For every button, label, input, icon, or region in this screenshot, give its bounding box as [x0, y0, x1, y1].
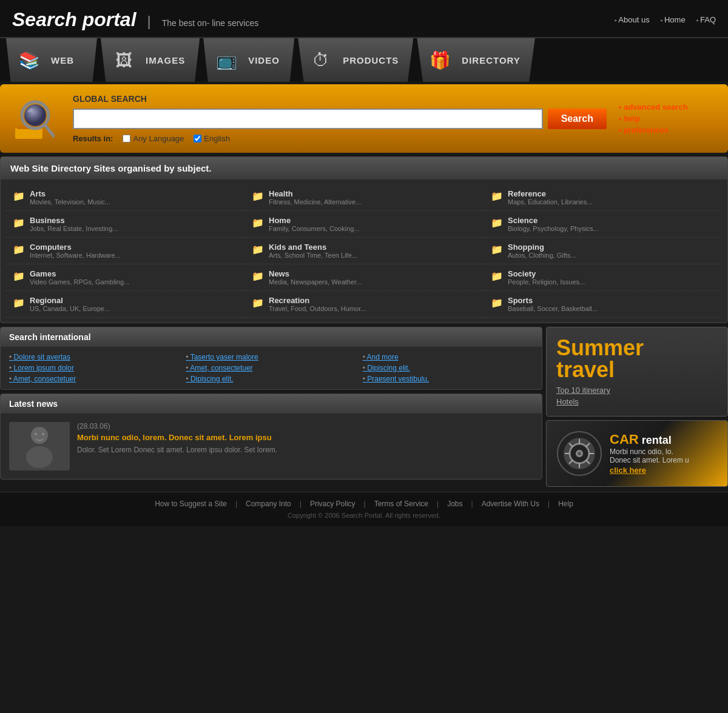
tab-web[interactable]: 📚 WEB — [6, 38, 97, 82]
nav-faq[interactable]: FAQ — [696, 15, 716, 24]
footer-link-company-info[interactable]: Company Into — [246, 500, 291, 508]
dir-item-sub: Internet, Software, Hardware... — [30, 252, 121, 259]
tab-images[interactable]: 🖼 IMAGES — [101, 38, 200, 82]
footer-separator: | — [548, 500, 550, 508]
folder-icon: 📁 — [13, 244, 25, 255]
folder-icon: 📁 — [491, 190, 503, 202]
car-title-car: CAR — [610, 432, 639, 447]
dir-item-title[interactable]: Kids and Teens — [269, 243, 357, 252]
footer-link-help[interactable]: Help — [558, 500, 573, 508]
intl-link[interactable]: Amet, consectetuer — [9, 375, 180, 383]
tab-products[interactable]: ⏱ PRODUCTS — [298, 38, 413, 82]
results-in-label: Results in: — [73, 134, 113, 143]
english-option[interactable]: English — [194, 134, 230, 143]
intl-link[interactable]: Praesent vestibulu. — [363, 375, 533, 383]
dir-item-title[interactable]: Home — [269, 216, 360, 225]
products-label: PRODUCTS — [343, 55, 399, 65]
english-checkbox[interactable] — [194, 135, 201, 142]
video-label: VIDEO — [248, 55, 280, 65]
dir-item-title[interactable]: News — [269, 269, 362, 278]
intl-link[interactable]: Dipiscing elit. — [186, 375, 356, 383]
dir-item-title[interactable]: Health — [269, 189, 361, 198]
directory-item: 📁 Arts Movies, Television, Music... — [5, 184, 244, 211]
intl-link[interactable]: Dipiscing elit. — [363, 364, 533, 372]
footer-link-advertise[interactable]: Advertise With Us — [482, 500, 539, 508]
dir-item-title[interactable]: Shopping — [508, 243, 576, 252]
intl-link[interactable]: Amet, consectetuer — [186, 364, 356, 372]
preferences-link[interactable]: preferences — [619, 126, 716, 135]
footer-link-terms-service[interactable]: Terms of Service — [374, 500, 428, 508]
images-label: IMAGES — [146, 55, 185, 65]
dir-item-sub: Maps, Education, Libraries... — [508, 198, 592, 206]
advanced-search-link[interactable]: advanced search — [619, 102, 716, 112]
directory-item: 📁 Shopping Autos, Clothing, Gifts... — [484, 238, 723, 264]
site-title: Search portal — [12, 8, 136, 31]
svg-point-7 — [31, 427, 48, 444]
search-magnifier-icon — [12, 95, 61, 143]
intl-link[interactable]: And more — [363, 353, 533, 361]
car-click-link[interactable]: click here — [610, 466, 646, 475]
nav-home[interactable]: Home — [661, 15, 686, 24]
nav-tabs: 📚 WEB 🖼 IMAGES 📺 VIDEO ⏱ PRODUCTS 🎁 DIRE… — [0, 38, 728, 82]
directory-item: 📁 Sports Baseball, Soccer, Basketball... — [484, 291, 723, 318]
footer-link-privacy-policy[interactable]: Privacy Policy — [310, 500, 356, 508]
search-options: Results in: Any Language English — [73, 134, 607, 143]
dir-item-title[interactable]: Computers — [30, 243, 121, 252]
dir-item-sub: People, Religion, Issues... — [508, 278, 585, 286]
video-icon: 📺 — [211, 44, 242, 76]
tab-directory[interactable]: 🎁 DIRECTORY — [417, 38, 535, 82]
dir-item-title[interactable]: Society — [508, 269, 585, 278]
summer-title-line2: travel — [556, 359, 718, 381]
help-link[interactable]: help — [619, 114, 716, 123]
header-tagline: The best on- line services — [162, 18, 259, 28]
dir-item-title[interactable]: Recreation — [269, 296, 366, 305]
folder-icon: 📁 — [491, 297, 503, 309]
intl-link[interactable]: Taserto yaser malore — [186, 353, 356, 361]
car-tire-icon — [555, 429, 604, 478]
folder-icon: 📁 — [252, 190, 264, 202]
bottom-left: Search international Dolore sit avertasT… — [0, 327, 542, 487]
search-area: GLOBAL SEARCH Search Results in: Any Lan… — [0, 84, 728, 153]
hotels-link[interactable]: Hotels — [556, 397, 718, 406]
dir-item-title[interactable]: Sports — [508, 296, 598, 305]
any-language-option[interactable]: Any Language — [123, 134, 184, 143]
itinerary-link[interactable]: Top 10 itinerary — [556, 386, 718, 395]
search-intl-links: Dolore sit avertasTaserto yaser maloreAn… — [1, 347, 542, 389]
nav-about-us[interactable]: About us — [615, 15, 650, 24]
search-intl-header: Search international — [1, 327, 542, 347]
dir-item-title[interactable]: Games — [30, 269, 129, 278]
dir-item-title[interactable]: Arts — [30, 189, 110, 198]
summer-title-line1: Summer — [556, 337, 718, 359]
svg-point-3 — [24, 104, 46, 126]
footer-link-jobs[interactable]: Jobs — [447, 500, 462, 508]
dir-item-sub: US, Canada, UK, Europe... — [30, 305, 110, 312]
search-center: GLOBAL SEARCH Search Results in: Any Lan… — [73, 94, 607, 143]
directory-item: 📁 News Media, Newspapers, Weather... — [244, 264, 484, 291]
search-input-row: Search — [73, 109, 607, 129]
search-input[interactable] — [73, 109, 543, 129]
footer-separator: | — [364, 500, 366, 508]
directory-item: 📁 Health Fitness, Medicine, Alternative.… — [244, 184, 484, 211]
folder-icon: 📁 — [13, 297, 25, 309]
dir-item-sub: Travel, Food, Outdoors, Humor... — [269, 305, 366, 312]
intl-link[interactable]: Lorem ipsum dolor — [9, 364, 180, 372]
folder-icon: 📁 — [491, 270, 503, 282]
any-language-checkbox[interactable] — [123, 135, 130, 142]
intl-link[interactable]: Dolore sit avertas — [9, 353, 180, 361]
dir-item-title[interactable]: Reference — [508, 189, 592, 198]
dir-item-title[interactable]: Science — [508, 216, 599, 225]
web-label: WEB — [51, 55, 74, 65]
footer: How to Suggest a Site|Company Into|Priva… — [0, 492, 728, 526]
footer-link-suggest-site[interactable]: How to Suggest a Site — [155, 500, 227, 508]
dir-item-title[interactable]: Regional — [30, 296, 110, 305]
directory-item: 📁 Games Video Games, RPGs, Gambling... — [5, 264, 244, 291]
search-button[interactable]: Search — [548, 109, 607, 129]
tab-video[interactable]: 📺 VIDEO — [203, 38, 294, 82]
folder-icon: 📁 — [13, 190, 25, 202]
news-content: (28.03.06) Morbi nunc odio, lorem. Donec… — [1, 413, 542, 479]
directory-item: 📁 Regional US, Canada, UK, Europe... — [5, 291, 244, 318]
svg-line-4 — [45, 125, 53, 136]
dir-item-title[interactable]: Business — [30, 216, 118, 225]
directory-grid: 📁 Arts Movies, Television, Music... 📁 He… — [1, 179, 727, 323]
header-divider: | — [147, 13, 151, 30]
